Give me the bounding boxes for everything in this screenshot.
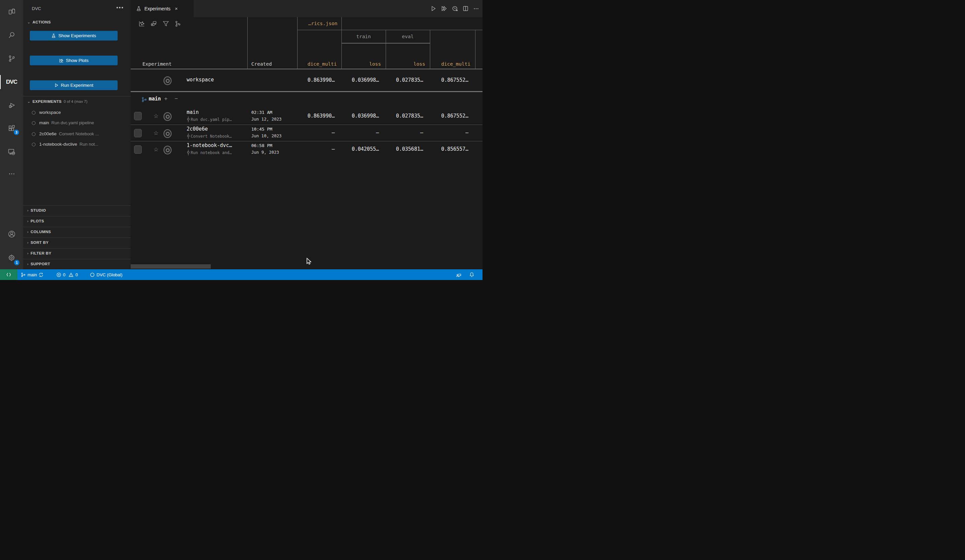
run-icon[interactable] bbox=[430, 6, 436, 11]
collapse-icon[interactable]: − bbox=[175, 95, 178, 102]
extensions-icon[interactable]: 3 bbox=[0, 121, 23, 136]
notifications-status-item[interactable] bbox=[469, 269, 474, 280]
feedback-status-item[interactable] bbox=[456, 269, 462, 280]
radio-icon[interactable] bbox=[164, 77, 172, 85]
radio-icon[interactable] bbox=[164, 146, 172, 154]
table-row-workspace[interactable]: workspace 0.863990… 0.036998… 0.027835… … bbox=[131, 69, 483, 91]
status-bar: main 0 0 DVC (Global) bbox=[0, 269, 483, 280]
section-filter-by[interactable]: ›FILTER BY bbox=[23, 248, 131, 259]
dvc-view-icon[interactable]: DVC bbox=[0, 74, 23, 90]
flask-icon bbox=[51, 34, 56, 38]
grid-line bbox=[297, 30, 483, 30]
section-studio[interactable]: ›STUDIO bbox=[23, 206, 131, 216]
section-plots[interactable]: ›PLOTS bbox=[23, 216, 131, 227]
circle-icon bbox=[32, 111, 36, 114]
explorer-icon[interactable] bbox=[0, 4, 23, 20]
cell-value: 0.042055… bbox=[342, 146, 379, 152]
settings-gear-icon[interactable]: 1 bbox=[0, 250, 23, 265]
tab-experiments[interactable]: Experiments × bbox=[131, 0, 194, 17]
chevron-down-icon: ⌄ bbox=[27, 20, 31, 24]
section-sort-by[interactable]: ›SORT BY bbox=[23, 238, 131, 248]
group-header-eval[interactable]: eval bbox=[386, 34, 430, 39]
chevron-right-icon: › bbox=[27, 230, 28, 234]
radio-icon[interactable] bbox=[164, 112, 172, 121]
remote-explorer-icon[interactable] bbox=[0, 144, 23, 159]
row-checkbox[interactable] bbox=[134, 129, 142, 137]
table-row-1-notebook[interactable]: ☆ 1-notebook-dvc… Run notebook and… 06:5… bbox=[131, 141, 483, 158]
actions-section-header[interactable]: ⌄ ACTIONS bbox=[27, 20, 51, 24]
cell-value: 0.867552… bbox=[430, 113, 468, 119]
tab-bar: Experiments × bbox=[131, 0, 483, 17]
star-icon[interactable]: ☆ bbox=[154, 146, 159, 153]
circle-icon bbox=[32, 143, 36, 146]
radio-icon[interactable] bbox=[164, 129, 172, 138]
cell-value: 0.863990… bbox=[297, 113, 335, 119]
cell-value: 0.036998… bbox=[342, 77, 379, 83]
problems-status-item[interactable]: 0 0 bbox=[56, 269, 78, 280]
branch-name: main bbox=[149, 96, 161, 102]
mouse-cursor bbox=[306, 258, 312, 266]
cell-value: – bbox=[297, 130, 335, 136]
sidebar-item-1-notebook-dvclive[interactable]: 1-notebook-dvcliveRun not... bbox=[23, 140, 131, 150]
row-checkbox[interactable] bbox=[134, 112, 142, 120]
plots-icon[interactable] bbox=[138, 20, 145, 27]
circle-icon bbox=[32, 121, 36, 125]
run-experiment-button[interactable]: Run Experiment bbox=[30, 80, 118, 90]
extensions-badge: 3 bbox=[14, 130, 19, 135]
branch-status-item[interactable]: main bbox=[21, 269, 44, 280]
commit-icon bbox=[186, 116, 190, 122]
run-debug-icon[interactable] bbox=[0, 98, 23, 113]
dvc-global-status-item[interactable]: DVC (Global) bbox=[90, 269, 122, 280]
activity-more-icon[interactable] bbox=[0, 166, 23, 181]
grid-line bbox=[475, 30, 476, 69]
section-columns[interactable]: ›COLUMNS bbox=[23, 227, 131, 237]
section-support[interactable]: ›SUPPORT bbox=[23, 259, 131, 269]
chevron-right-icon: › bbox=[27, 219, 28, 223]
cell-value: 0.027835… bbox=[386, 77, 423, 83]
search-icon[interactable] bbox=[0, 28, 23, 43]
group-header-train[interactable]: train bbox=[342, 34, 386, 39]
feedback-icon bbox=[456, 272, 462, 278]
add-columns-icon[interactable] bbox=[150, 20, 157, 27]
remote-icon bbox=[6, 272, 11, 277]
sidebar-more-icon[interactable]: ••• bbox=[116, 5, 124, 11]
activity-bar: DVC 3 1 bbox=[0, 0, 23, 269]
experiments-section-header[interactable]: ⌄ EXPERIMENTS 0 of 4 (max 7) bbox=[27, 99, 87, 104]
filter-icon[interactable] bbox=[162, 20, 169, 27]
account-icon[interactable] bbox=[0, 227, 23, 242]
sidebar-title: DVC bbox=[32, 6, 41, 11]
sidebar-item-workspace[interactable]: workspace bbox=[23, 108, 131, 118]
git-branch-icon bbox=[21, 272, 26, 277]
sync-icon bbox=[39, 272, 44, 277]
close-icon[interactable]: × bbox=[175, 6, 178, 11]
chevron-down-icon: ⌄ bbox=[27, 99, 31, 104]
star-icon[interactable]: ☆ bbox=[154, 113, 159, 119]
table-row-2c00e6e[interactable]: ☆ 2c00e6e Convert Notebook… 10:45 PM Jun… bbox=[131, 125, 483, 141]
chevron-right-icon: › bbox=[27, 251, 28, 255]
dvc-sidebar: DVC ••• ⌄ ACTIONS Show Experiments Show … bbox=[23, 0, 131, 269]
table-row-main[interactable]: ☆ main Run dvc.yaml pip… 02:31 AM Jun 12… bbox=[131, 108, 483, 125]
commit-desc: Convert Notebook… bbox=[186, 133, 232, 139]
source-control-icon[interactable] bbox=[0, 51, 23, 66]
queue-clock-icon[interactable] bbox=[452, 6, 458, 12]
row-checkbox[interactable] bbox=[134, 145, 142, 154]
sidebar-item-2c00e6e[interactable]: 2c00e6eConvert Notebook ... bbox=[23, 129, 131, 139]
run-all-icon[interactable] bbox=[441, 6, 447, 11]
show-experiments-button[interactable]: Show Experiments bbox=[30, 31, 118, 41]
expand-icon[interactable]: + bbox=[164, 95, 168, 102]
file-header-results-train-metrics[interactable]: results/train/metrics.j bbox=[432, 21, 483, 26]
cell-value: 0.027835… bbox=[386, 113, 423, 119]
file-header-metrics-json[interactable]: …rics.json bbox=[297, 21, 337, 26]
show-plots-button[interactable]: Show Plots bbox=[30, 56, 118, 65]
horizontal-scrollbar[interactable] bbox=[131, 264, 211, 269]
bell-icon bbox=[469, 272, 474, 277]
more-actions-icon[interactable] bbox=[473, 6, 479, 12]
sidebar-item-main[interactable]: mainRun dvc.yaml pipeline bbox=[23, 118, 131, 128]
star-icon[interactable]: ☆ bbox=[154, 130, 159, 137]
editor-actions bbox=[430, 0, 479, 17]
remote-indicator[interactable] bbox=[0, 269, 18, 280]
experiments-count: 0 of 4 (max 7) bbox=[64, 100, 87, 103]
branches-icon[interactable] bbox=[175, 20, 181, 27]
tab-label: Experiments bbox=[144, 6, 170, 11]
split-editor-icon[interactable] bbox=[463, 6, 468, 11]
